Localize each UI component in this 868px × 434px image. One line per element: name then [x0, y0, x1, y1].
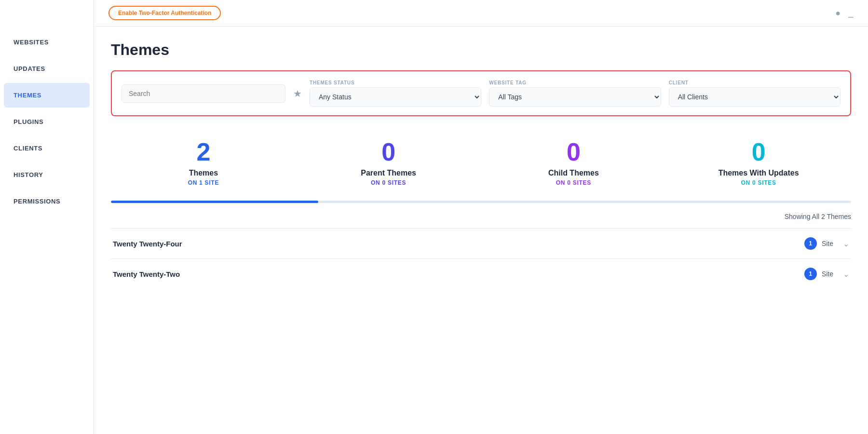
- stat-card-child-themes[interactable]: 0 Child Themes ON 0 SITES: [481, 131, 666, 196]
- stat-card-themes-with-updates[interactable]: 0 Themes With Updates ON 0 SITES: [666, 131, 851, 196]
- theme-sites: 1 Site: [804, 237, 833, 250]
- stat-number-child-themes: 0: [567, 138, 581, 166]
- sidebar-item-plugins[interactable]: PLUGINS: [4, 109, 90, 134]
- theme-row[interactable]: Twenty Twenty-Two 1 Site ⌄: [111, 258, 851, 289]
- sidebar-item-clients[interactable]: CLIENTS: [4, 136, 90, 161]
- stat-label-child-themes: Child Themes: [548, 169, 599, 177]
- theme-row[interactable]: Twenty Twenty-Four 1 Site ⌄: [111, 228, 851, 258]
- website-tag-label: WEBSITE TAG: [489, 80, 661, 85]
- top-banner: Enable Two-Factor Authentication ● ⎯: [94, 0, 868, 27]
- stat-label-themes: Themes: [189, 169, 218, 177]
- page-title: Themes: [111, 41, 851, 59]
- themes-status-select[interactable]: Any Status Active Inactive: [310, 87, 481, 107]
- stat-number-themes-with-updates: 0: [752, 138, 766, 166]
- client-label: CLIENT: [669, 80, 841, 85]
- stat-sub-themes-with-updates: ON 0 SITES: [741, 179, 776, 186]
- showing-text: Showing All 2 Themes: [111, 213, 851, 220]
- sidebar: WEBSITES UPDATES THEMES PLUGINS CLIENTS …: [0, 0, 94, 434]
- client-select[interactable]: All Clients: [669, 87, 841, 107]
- progress-bar-container: [111, 201, 851, 203]
- theme-sites: 1 Site: [804, 268, 833, 280]
- website-tag-select[interactable]: All Tags: [489, 87, 661, 107]
- stat-label-parent-themes: Parent Themes: [361, 169, 416, 177]
- user-icon: ●: [835, 8, 841, 18]
- main-content: Enable Two-Factor Authentication ● ⎯ The…: [94, 0, 868, 434]
- stat-sub-parent-themes: ON 0 SITES: [371, 179, 406, 186]
- themes-status-group: THEMES STATUS Any Status Active Inactive: [310, 80, 481, 107]
- page-content: Themes ★ THEMES STATUS Any Status Active…: [94, 27, 868, 303]
- sidebar-item-history[interactable]: HISTORY: [4, 163, 90, 187]
- website-tag-group: WEBSITE TAG All Tags: [489, 80, 661, 107]
- theme-list: Twenty Twenty-Four 1 Site ⌄ Twenty Twent…: [111, 228, 851, 289]
- sidebar-item-permissions[interactable]: PERMISSIONS: [4, 189, 90, 214]
- client-group: CLIENT All Clients: [669, 80, 841, 107]
- site-count-badge: 1: [804, 237, 817, 250]
- theme-name: Twenty Twenty-Two: [113, 270, 795, 278]
- top-icons: ● ⎯: [835, 8, 854, 18]
- search-input[interactable]: [122, 84, 285, 103]
- progress-bar-fill: [111, 201, 318, 203]
- chevron-down-icon: ⌄: [843, 270, 849, 279]
- stat-sub-themes: ON 1 SITE: [188, 179, 219, 186]
- themes-status-label: THEMES STATUS: [310, 80, 481, 85]
- site-label: Site: [822, 270, 833, 278]
- stat-label-themes-with-updates: Themes With Updates: [719, 169, 799, 177]
- theme-name: Twenty Twenty-Four: [113, 240, 795, 248]
- menu-icon: ⎯: [848, 8, 854, 18]
- stat-card-themes[interactable]: 2 Themes ON 1 SITE: [111, 131, 296, 196]
- sidebar-item-themes[interactable]: THEMES: [4, 83, 90, 108]
- chevron-down-icon: ⌄: [843, 239, 849, 248]
- stat-card-parent-themes[interactable]: 0 Parent Themes ON 0 SITES: [296, 131, 481, 196]
- sidebar-item-websites[interactable]: WEBSITES: [4, 30, 90, 54]
- stats-row: 2 Themes ON 1 SITE 0 Parent Themes ON 0 …: [111, 131, 851, 196]
- stat-number-themes: 2: [196, 138, 210, 166]
- stat-number-parent-themes: 0: [381, 138, 395, 166]
- site-label: Site: [822, 240, 833, 247]
- stat-sub-child-themes: ON 0 SITES: [556, 179, 591, 186]
- sidebar-item-updates[interactable]: UPDATES: [4, 56, 90, 81]
- filter-bar: ★ THEMES STATUS Any Status Active Inacti…: [111, 70, 851, 116]
- two-factor-auth-button[interactable]: Enable Two-Factor Authentication: [108, 6, 221, 20]
- site-count-badge: 1: [804, 268, 817, 280]
- favorite-icon[interactable]: ★: [293, 88, 302, 99]
